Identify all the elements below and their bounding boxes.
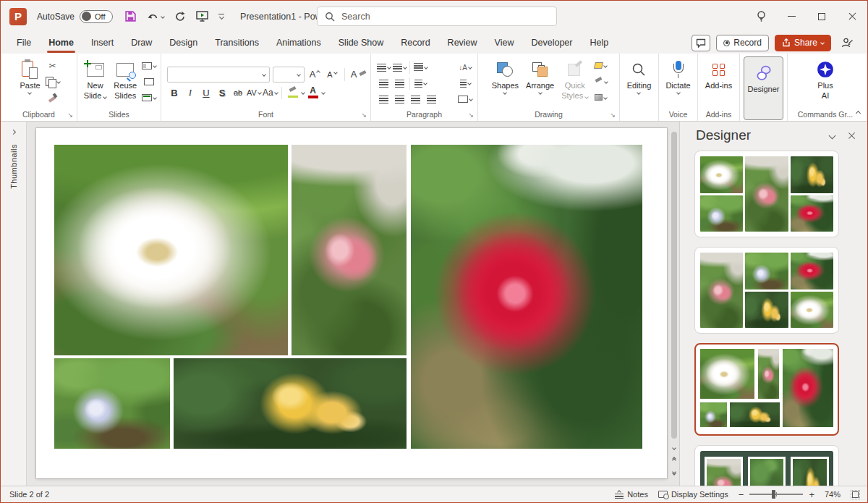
autosave-control[interactable]: AutoSave Off (37, 10, 113, 23)
reset-slide-button[interactable] (141, 74, 157, 89)
tab-home[interactable]: Home (40, 32, 82, 54)
paragraph-dialog-launcher[interactable] (468, 110, 474, 120)
scrollbar-thumb[interactable] (671, 132, 677, 439)
text-direction-button[interactable]: ↓A (457, 60, 473, 75)
shape-fill-button[interactable] (592, 58, 608, 73)
align-center-button[interactable] (391, 92, 407, 107)
section-button[interactable] (141, 90, 157, 105)
dictate-button[interactable]: Dictate (663, 56, 693, 96)
text-highlight-dropdown[interactable] (301, 90, 305, 95)
fit-slide-to-window-button[interactable] (851, 490, 860, 499)
design-suggestion-4[interactable] (694, 445, 839, 486)
text-highlight-button[interactable] (286, 88, 300, 98)
tab-design[interactable]: Design (161, 32, 206, 54)
tab-view[interactable]: View (486, 32, 523, 54)
shapes-button[interactable]: Shapes (489, 56, 522, 96)
grow-font-button[interactable]: A (307, 67, 322, 82)
slide-photo-hibiscus[interactable] (411, 145, 642, 449)
align-right-button[interactable] (407, 92, 423, 107)
change-case-button[interactable]: Aa (263, 85, 278, 101)
display-settings-button[interactable]: Display Settings (658, 490, 728, 499)
designer-button[interactable]: Designer (744, 56, 783, 120)
tab-developer[interactable]: Developer (522, 32, 581, 54)
strikethrough-button[interactable]: ab (231, 85, 245, 101)
record-button[interactable]: Record (716, 35, 769, 51)
scroll-down-button[interactable] (669, 443, 679, 453)
cut-button[interactable]: ✂ (45, 58, 61, 73)
quick-styles-button[interactable]: Quick Styles (558, 56, 591, 101)
customize-quick-access-button[interactable] (218, 14, 224, 19)
previous-slide-button[interactable] (669, 455, 679, 465)
font-color-dropdown[interactable] (321, 90, 326, 95)
autosave-toggle[interactable]: Off (80, 10, 113, 23)
comments-button[interactable] (692, 35, 710, 51)
character-spacing-button[interactable]: AV (247, 85, 261, 101)
copy-button[interactable] (45, 74, 61, 89)
shape-outline-button[interactable] (592, 74, 608, 89)
bullets-button[interactable] (375, 60, 391, 75)
slide-layout-button[interactable] (141, 58, 157, 73)
tab-animations[interactable]: Animations (268, 32, 330, 54)
start-slideshow-button[interactable] (196, 11, 208, 22)
zoom-percent[interactable]: 74% (825, 490, 841, 499)
tab-file[interactable]: File (8, 32, 40, 54)
line-spacing-button[interactable] (412, 60, 428, 75)
tab-transitions[interactable]: Transitions (206, 32, 268, 54)
drawing-dialog-launcher[interactable] (610, 110, 616, 120)
tab-help[interactable]: Help (581, 32, 617, 54)
clear-formatting-button[interactable]: A (350, 67, 365, 82)
align-left-button[interactable] (375, 92, 391, 107)
designer-pane-collapse-icon[interactable] (829, 132, 836, 139)
vertical-scrollbar[interactable] (669, 122, 679, 486)
font-color-button[interactable]: A (306, 87, 320, 98)
zoom-out-button[interactable]: − (739, 489, 744, 500)
columns-button[interactable] (412, 76, 428, 91)
slide-photo-lantana[interactable] (174, 358, 407, 449)
increase-indent-button[interactable] (391, 76, 407, 91)
paste-button[interactable]: Paste (17, 56, 43, 96)
shrink-font-button[interactable]: A (325, 67, 339, 82)
tab-record[interactable]: Record (392, 32, 438, 54)
save-button[interactable] (124, 10, 137, 22)
clipboard-dialog-launcher[interactable] (67, 110, 73, 120)
new-slide-button[interactable]: New Slide (81, 56, 110, 101)
zoom-slider-thumb[interactable] (772, 490, 775, 499)
slide-photo-gardenia[interactable] (54, 145, 288, 355)
design-suggestion-1[interactable] (694, 151, 839, 237)
designer-pane-close-icon[interactable] (848, 132, 856, 139)
editing-button[interactable]: Editing (624, 56, 655, 96)
undo-dropdown-icon[interactable] (161, 14, 165, 19)
search-input[interactable]: Search (317, 7, 557, 26)
reuse-slides-button[interactable]: Reuse Slides (111, 56, 140, 101)
redo-button[interactable] (174, 11, 186, 22)
decrease-indent-button[interactable] (375, 76, 391, 91)
expand-thumbnails-icon[interactable] (11, 130, 16, 135)
shape-effects-button[interactable] (592, 90, 608, 105)
addins-button[interactable]: Add-ins (702, 56, 735, 91)
font-name-combo[interactable] (167, 67, 270, 83)
design-suggestion-3[interactable] (694, 343, 839, 436)
text-shadow-button[interactable]: S (215, 85, 229, 101)
share-button[interactable]: Share (775, 35, 831, 51)
zoom-slider[interactable] (749, 494, 803, 495)
slide-counter[interactable]: Slide 2 of 2 (9, 490, 49, 499)
powerpoint-logo-icon[interactable]: P (9, 8, 27, 25)
notes-button[interactable]: Notes (615, 490, 648, 499)
convert-to-smartart-button[interactable] (457, 92, 473, 107)
thumbnails-rail[interactable]: Thumbnails (1, 122, 27, 486)
arrange-button[interactable]: Arrange (523, 56, 557, 96)
tab-insert[interactable]: Insert (82, 32, 122, 54)
zoom-in-button[interactable]: + (809, 489, 814, 500)
underline-button[interactable]: U (199, 85, 213, 101)
italic-button[interactable]: I (183, 85, 197, 101)
format-painter-button[interactable] (45, 90, 61, 105)
font-size-combo[interactable] (273, 67, 305, 83)
undo-button[interactable] (147, 12, 164, 22)
font-dialog-launcher[interactable] (361, 110, 367, 120)
next-slide-button[interactable] (669, 468, 679, 478)
tab-slide-show[interactable]: Slide Show (330, 32, 393, 54)
slide-photo-plumbago[interactable] (54, 358, 170, 449)
justify-button[interactable] (423, 92, 439, 107)
plus-ai-button[interactable]: Plus AI (813, 56, 838, 101)
tab-review[interactable]: Review (439, 32, 486, 54)
